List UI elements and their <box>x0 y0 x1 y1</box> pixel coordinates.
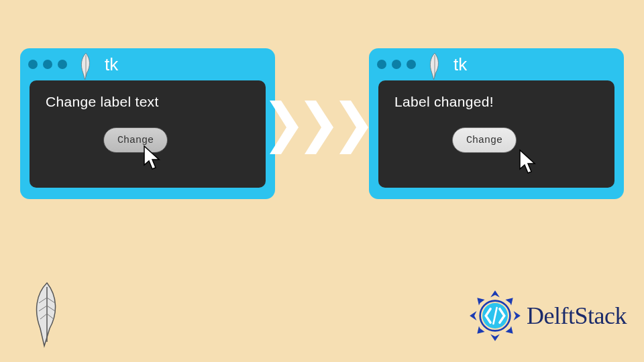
chevron-right-icon <box>263 101 303 154</box>
window-control-dot[interactable] <box>377 60 386 69</box>
brand-logo-area: DelftStack <box>466 287 627 345</box>
tk-window-before: tk Change label text Change <box>20 48 275 199</box>
chevron-right-icon <box>333 101 373 154</box>
tk-window-after: tk Label changed! Change <box>369 48 624 199</box>
feather-icon <box>425 52 444 76</box>
window-control-dot[interactable] <box>28 60 38 69</box>
cursor-icon <box>142 145 165 174</box>
window-body: Label changed! Change <box>378 80 614 188</box>
label-widget: Label changed! <box>394 94 494 110</box>
feather-icon <box>27 282 67 342</box>
titlebar: tk <box>20 48 275 80</box>
brand-name: DelftStack <box>527 302 627 330</box>
window-title: tk <box>453 54 467 75</box>
window-control-dot[interactable] <box>407 60 416 69</box>
button-label: Change <box>117 135 154 146</box>
delftstack-icon <box>466 287 524 345</box>
window-title: tk <box>105 54 118 75</box>
window-control-dot[interactable] <box>58 60 67 69</box>
window-control-dot[interactable] <box>392 60 401 69</box>
cursor-icon <box>518 149 541 178</box>
window-control-dot[interactable] <box>43 60 52 69</box>
arrow-sequence <box>268 101 373 154</box>
titlebar: tk <box>369 48 624 80</box>
chevron-right-icon <box>298 101 338 154</box>
label-widget: Change label text <box>46 94 159 110</box>
change-button[interactable]: Change <box>452 127 517 153</box>
button-label: Change <box>466 135 502 146</box>
feather-icon <box>76 52 95 76</box>
window-body: Change label text Change <box>30 80 266 188</box>
